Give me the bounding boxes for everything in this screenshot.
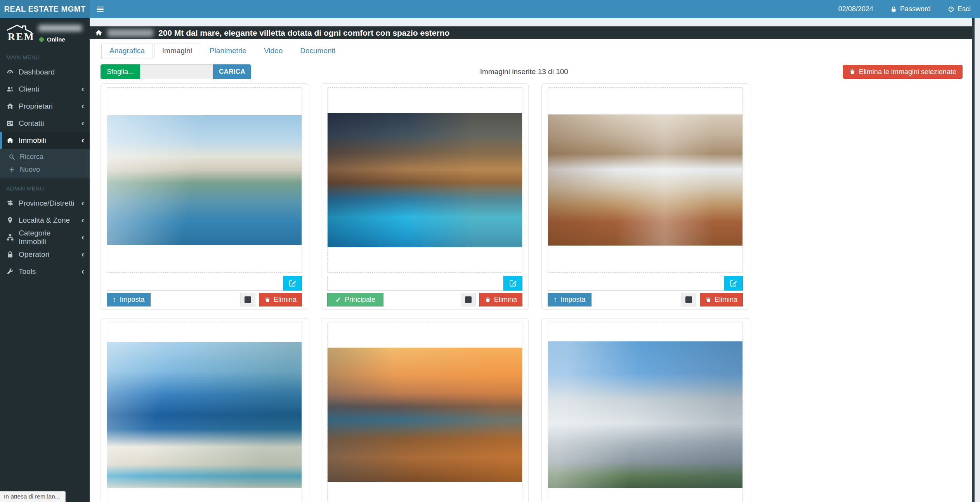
image-dropzone[interactable] [327,322,522,502]
home-icon [6,137,14,144]
online-dot-icon [39,37,44,42]
pencil-square-icon [289,279,297,287]
edit-caption-button[interactable] [724,276,743,291]
admin-menu-header: ADMIN MENU [0,178,90,195]
image-dropzone[interactable] [548,322,743,502]
home-icon[interactable] [95,29,102,36]
wrench-icon [6,268,14,275]
image-card: ↑Imposta Elimina [321,318,529,502]
image-dropzone[interactable] [548,87,743,273]
sidebar-item-clienti[interactable]: Clienti ‹ [0,81,90,98]
users-icon [6,85,14,93]
top-navbar: REAL ESTATE MGMT 02/08/2024 Password Esc… [0,0,980,18]
immobili-submenu: Ricerca Nuovo [0,149,90,178]
chevron-left-icon: ‹ [82,216,84,225]
image-count-text: Immagini inserite 13 di 100 [480,68,568,76]
set-primary-button[interactable]: ↑Imposta [107,293,151,306]
property-photo [328,113,522,247]
tab-immagini[interactable]: Immagini [154,43,200,59]
property-photo [548,114,742,246]
lock-icon [6,251,14,258]
browse-button[interactable]: Sfoglia... [101,64,140,79]
chevron-left-icon: ‹ [82,250,84,259]
set-primary-button[interactable]: ↑Imposta [548,293,591,306]
property-photo [107,115,302,245]
power-icon [948,6,954,12]
arrow-up-icon: ↑ [113,296,116,304]
edit-caption-button[interactable] [503,276,522,291]
current-date: 02/08/2024 [838,5,873,13]
pencil-square-icon [730,279,737,287]
property-id-redacted [108,29,153,37]
image-dropzone[interactable] [107,87,302,273]
check-icon: ✓ [335,296,341,304]
sidebar-item-ricerca[interactable]: Ricerca [0,151,90,163]
sidebar-item-proprietari[interactable]: Proprietari ‹ [0,98,90,115]
file-name-field[interactable] [140,64,213,79]
browser-status-text: In attesa di rem.lan... [0,491,66,502]
sidebar-item-tools[interactable]: Tools ‹ [0,263,90,280]
plus-icon [9,166,15,173]
trash-icon [485,297,491,303]
file-input-group: Sfoglia... CARICA [101,64,251,79]
navbar-right: 02/08/2024 Password Esci [838,0,980,18]
scrollbar-thumb[interactable] [972,18,975,502]
caption-input[interactable] [548,276,724,291]
lock-icon [890,6,897,12]
house-user-icon [6,102,14,110]
tab-anagrafica[interactable]: Anagrafica [101,43,153,59]
tab-video[interactable]: Video [256,43,291,59]
sidebar-item-operatori[interactable]: Operatori ‹ [0,246,90,263]
caption-input[interactable] [107,276,283,291]
edit-caption-button[interactable] [283,276,302,291]
chevron-left-icon: ‹ [82,85,84,93]
select-image-checkbox[interactable] [240,293,255,306]
upload-button[interactable]: CARICA [213,64,251,79]
main-content: Anagrafica Immagini Planimetrie Video Do… [90,39,973,502]
image-card: ↑Imposta Elimina [101,318,308,502]
logout-menu-item[interactable]: Esci [948,5,971,13]
primary-image-badge-button[interactable]: ✓Principale [327,293,383,306]
app-brand: REAL ESTATE MGMT [0,0,90,18]
image-card: ✓Principale Elimina [321,83,529,310]
tab-documenti[interactable]: Documenti [292,43,343,59]
tab-bar: Anagrafica Immagini Planimetrie Video Do… [90,39,973,59]
delete-image-button[interactable]: Elimina [259,293,302,306]
dashboard-icon [6,68,14,76]
sidebar-item-dashboard[interactable]: Dashboard [0,64,90,81]
sidebar-item-nuovo[interactable]: Nuovo [0,163,90,176]
page-title: 200 Mt dal mare, elegante villetta dotat… [158,28,449,38]
signpost-icon [6,199,14,207]
sidebar-toggle-button[interactable] [90,0,111,18]
main-menu-header: MAIN MENU [0,47,90,64]
search-icon [9,154,15,160]
property-photo [328,348,522,482]
delete-image-button[interactable]: Elimina [700,293,743,306]
sidebar-item-immobili[interactable]: Immobili ‹ [0,132,90,149]
image-card: ↑Imposta Elimina [101,83,308,310]
image-card: ↑Imposta Elimina [541,83,749,310]
image-dropzone[interactable] [327,87,522,273]
select-image-checkbox[interactable] [461,293,476,306]
sidebar-item-localita-zone[interactable]: Località & Zone ‹ [0,212,90,229]
chevron-left-icon: ‹ [82,119,84,128]
image-dropzone[interactable] [107,322,302,502]
online-status: Online [39,36,82,43]
tab-planimetrie[interactable]: Planimetrie [201,43,255,59]
chevron-left-icon: ‹ [82,233,84,242]
trash-icon [264,297,271,303]
delete-selected-button[interactable]: Elimina le immagini selezionate [843,65,963,79]
select-image-checkbox[interactable] [681,293,696,306]
scrollbar-track[interactable] [975,18,980,502]
rem-logo: REM [5,24,33,42]
breadcrumb: 200 Mt dal mare, elegante villetta dotat… [90,26,973,39]
chevron-left-icon: ‹ [82,102,84,111]
delete-image-button[interactable]: Elimina [479,293,522,306]
sidebar-item-province-distretti[interactable]: Province/Distretti ‹ [0,195,90,212]
sidebar-item-contatti[interactable]: Contatti ‹ [0,115,90,132]
caption-input[interactable] [327,276,503,291]
pencil-square-icon [509,279,517,287]
password-menu-item[interactable]: Password [890,5,931,13]
image-card-grid: ↑Imposta Elimina ✓Principale Elimina [90,80,973,502]
sidebar-item-categorie-immobili[interactable]: Categorie Immobili ‹ [0,229,90,246]
